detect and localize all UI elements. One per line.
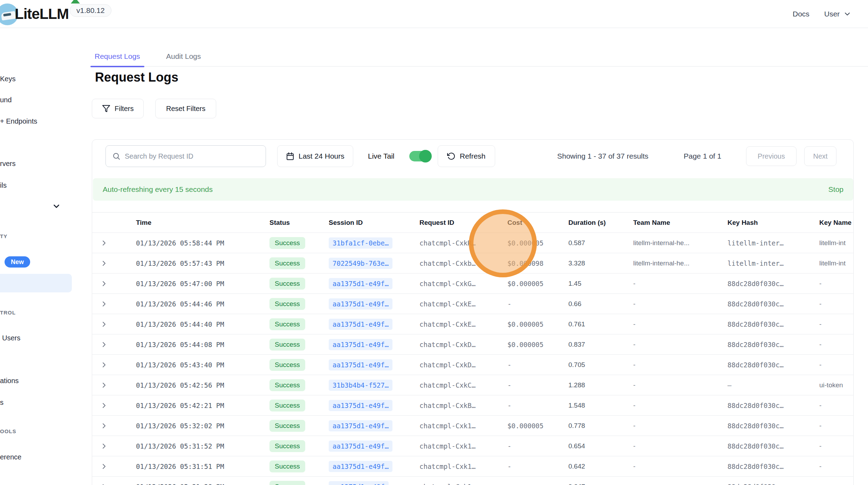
chevron-right-icon: [100, 239, 108, 247]
cell-team-name: -: [622, 300, 717, 308]
header-key-name: Key Name: [808, 219, 854, 227]
cell-duration: 0.66: [558, 300, 622, 308]
cell-request-id: chatcmpl-Cxkb…: [409, 259, 496, 267]
row-expand-button[interactable]: [92, 462, 116, 471]
row-expand-button[interactable]: [92, 401, 116, 410]
cell-team-name: -: [622, 361, 717, 369]
time-range-button[interactable]: Last 24 Hours: [277, 145, 353, 167]
cell-cost: -: [496, 361, 558, 369]
table-row: 01/13/2026 05:58:44 PM Success 31bfa1cf-…: [92, 233, 854, 253]
sidebar-item-servers[interactable]: rvers: [0, 160, 15, 168]
row-expand-button[interactable]: [92, 279, 116, 288]
toggle-knob: [419, 150, 432, 162]
filters-button[interactable]: Filters: [92, 99, 144, 118]
tab-request-logs[interactable]: Request Logs: [95, 46, 140, 67]
sidebar-collapse-chevron-icon[interactable]: [52, 202, 61, 211]
sidebar-item-endpoints[interactable]: + Endpoints: [0, 117, 37, 125]
cell-status: Success: [263, 460, 319, 472]
sidebar-item-logs-selected[interactable]: [0, 274, 72, 292]
row-expand-button[interactable]: [92, 381, 116, 389]
status-badge: Success: [269, 359, 305, 371]
cell-key-name: -: [808, 280, 854, 287]
sidebar-item-organizations[interactable]: ations: [0, 377, 19, 385]
refresh-button[interactable]: Refresh: [438, 145, 495, 167]
chevron-right-icon: [100, 442, 108, 450]
cell-cost: -: [496, 402, 558, 409]
status-badge: Success: [269, 298, 305, 310]
cell-status: Success: [263, 359, 319, 371]
tab-audit-logs[interactable]: Audit Logs: [166, 46, 201, 67]
session-id-link[interactable]: aa1375d1-e49f…: [329, 278, 392, 289]
status-badge: Success: [269, 278, 305, 290]
cell-session-id: 31b3b4b4-f527…: [319, 380, 409, 391]
session-id-link[interactable]: aa1375d1-e49f: [329, 481, 389, 485]
cell-time: 01/13/2026 05:43:40 PM: [116, 361, 263, 369]
session-id-link[interactable]: aa1375d1-e49f…: [329, 359, 392, 370]
row-expand-button[interactable]: [92, 259, 116, 268]
cell-team-name: -: [622, 442, 717, 450]
search-input[interactable]: [125, 152, 259, 160]
session-id-link[interactable]: aa1375d1-e49f…: [329, 339, 392, 350]
session-id-link[interactable]: 7022549b-763e…: [329, 258, 392, 269]
table-row: 01/13/2026 05:42:21 PM Success aa1375d1-…: [92, 395, 854, 416]
docs-link[interactable]: Docs: [793, 0, 809, 28]
cell-team-name: -: [622, 483, 717, 485]
page-title: Request Logs: [95, 70, 178, 85]
header-time: Time: [116, 219, 263, 227]
row-expand-button[interactable]: [92, 320, 116, 328]
row-expand-button[interactable]: [92, 361, 116, 369]
next-page-button[interactable]: Next: [804, 146, 836, 166]
cell-duration: 0.647: [558, 483, 622, 485]
session-id-link[interactable]: aa1375d1-e49f…: [329, 400, 392, 411]
session-id-link[interactable]: 31b3b4b4-f527…: [329, 380, 392, 391]
reset-filters-button[interactable]: Reset Filters: [155, 99, 216, 118]
session-id-link[interactable]: aa1375d1-e49f…: [329, 441, 392, 452]
version-badge: v1.80.12: [70, 4, 111, 17]
row-expand-button[interactable]: [92, 239, 116, 247]
cell-status: Success: [263, 298, 319, 310]
search-request-id-box[interactable]: [105, 145, 266, 167]
cell-duration: 0.705: [558, 361, 622, 369]
session-id-link[interactable]: aa1375d1-e49f…: [329, 420, 392, 431]
results-summary: Showing 1 - 37 of 37 results: [557, 140, 648, 173]
chevron-right-icon: [100, 279, 108, 288]
cell-status: Success: [263, 257, 319, 269]
session-id-link[interactable]: aa1375d1-e49f…: [329, 461, 392, 472]
previous-page-button[interactable]: Previous: [746, 146, 797, 166]
christmas-tree-icon: [71, 0, 80, 6]
cell-session-id: aa1375d1-e49f…: [319, 298, 409, 310]
sidebar-item-teams[interactable]: s: [0, 399, 4, 407]
cell-duration: 0.778: [558, 422, 622, 430]
cell-time: 01/13/2026 05:42:56 PM: [116, 381, 263, 389]
cell-key-hash: 88dc28d0f030c: [717, 483, 808, 485]
cell-cost: $0.000098: [496, 259, 558, 267]
cell-cost: -: [496, 442, 558, 450]
user-menu[interactable]: User: [824, 0, 852, 28]
session-id-link[interactable]: aa1375d1-e49f…: [329, 298, 392, 310]
sidebar-item-virtual-keys[interactable]: Keys: [0, 75, 15, 83]
cell-status: Success: [263, 237, 319, 249]
row-expand-button[interactable]: [92, 300, 116, 308]
stop-auto-refresh-button[interactable]: Stop: [828, 185, 843, 194]
sidebar-item-guardrails[interactable]: ils: [0, 181, 7, 189]
row-expand-button[interactable]: [92, 422, 116, 430]
header-status: Status: [263, 219, 319, 227]
row-expand-button[interactable]: [92, 483, 116, 485]
session-id-link[interactable]: 31bfa1cf-0ebe…: [329, 237, 392, 249]
sidebar-item-api-reference[interactable]: erence: [0, 453, 21, 461]
chevron-right-icon: [100, 361, 108, 369]
time-range-label: Last 24 Hours: [299, 152, 344, 160]
sidebar-item-playground[interactable]: und: [0, 96, 12, 104]
cell-request-id: chatcmpl-Cxk1…: [409, 442, 496, 450]
sidebar-item-internal-users[interactable]: Users: [2, 334, 20, 342]
header-request-id: Request ID: [409, 219, 496, 227]
live-tail-toggle[interactable]: [409, 151, 431, 161]
row-expand-button[interactable]: [92, 340, 116, 349]
topbar: LiteLLM v1.80.12 Docs User: [0, 0, 868, 28]
cell-key-name: litellm-int: [808, 259, 854, 267]
table-row: 01/13/2026 05:31:52 PM Success aa1375d1-…: [92, 436, 854, 456]
row-expand-button[interactable]: [92, 442, 116, 450]
cell-key-name: -: [808, 300, 854, 308]
cell-key-hash: 88dc28d0f030c…: [717, 361, 808, 369]
session-id-link[interactable]: aa1375d1-e49f…: [329, 319, 392, 330]
